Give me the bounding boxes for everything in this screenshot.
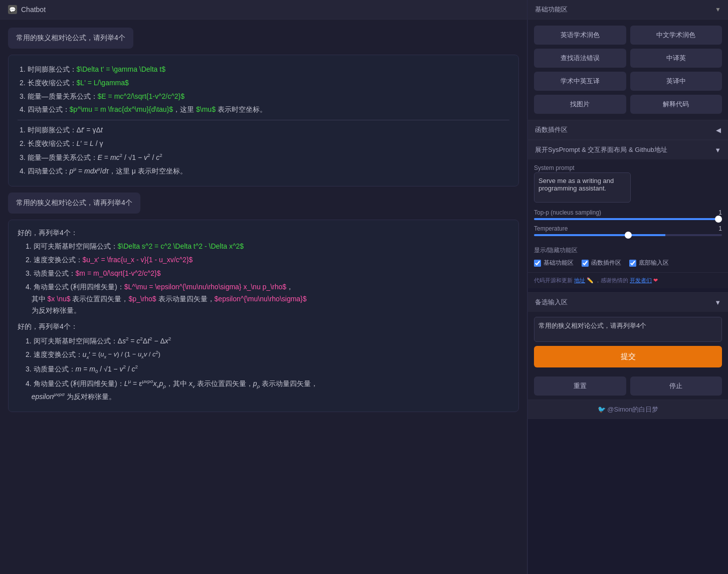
weibo-icon: 🐦 bbox=[598, 406, 608, 413]
sysprompt-section: 展开SysPrompt & 交互界面布局 & Github地址 ▼ System… bbox=[528, 140, 728, 288]
chat-panel: 💬 Chatbot 常用的狭义相对论公式，请列举4个 1. 时间膨胀公式：$\D… bbox=[0, 0, 527, 574]
checkbox-plugin[interactable]: 函数插件区 bbox=[582, 259, 621, 267]
top-p-slider-row: Top-p (nucleus sampling) 1 bbox=[534, 209, 722, 220]
sysprompt-arrow: ▼ bbox=[714, 146, 721, 154]
checkbox-basic-functions[interactable]: 基础功能区 bbox=[534, 259, 574, 267]
user-message-2: 常用的狭义相对论公式，请再列举4个 bbox=[8, 193, 140, 214]
backup-header[interactable]: 备选输入区 ▼ bbox=[528, 293, 728, 312]
checkbox-bottom-input[interactable]: 底部输入区 bbox=[629, 259, 669, 267]
chat-title: Chatbot bbox=[21, 6, 46, 14]
backup-section: 备选输入区 ▼ 常用的狭义相对论公式，请再列举4个 提交 重置 停止 bbox=[528, 292, 728, 400]
btn-find-image[interactable]: 找图片 bbox=[534, 95, 626, 114]
temperature-label: Temperature bbox=[534, 225, 568, 232]
user-message-1: 常用的狭义相对论公式，请列举4个 bbox=[8, 28, 133, 49]
temperature-slider[interactable] bbox=[534, 234, 722, 236]
sysprompt-header[interactable]: 展开SysPrompt & 交互界面布局 & Github地址 ▼ bbox=[528, 140, 728, 159]
stop-button[interactable]: 停止 bbox=[630, 376, 722, 396]
show-hide-section: 显示/隐藏功能区 基础功能区 函数插件区 底部输入区 bbox=[528, 241, 728, 272]
basic-functions-grid: 英语学术润色 中文学术润色 查找语法错误 中译英 学术中英互译 英译中 找图片 … bbox=[528, 20, 728, 120]
chat-header: 💬 Chatbot bbox=[0, 0, 527, 20]
backup-body: 常用的狭义相对论公式，请再列举4个 提交 bbox=[528, 312, 728, 372]
backup-textarea[interactable]: 常用的狭义相对论公式，请再列举4个 bbox=[534, 317, 722, 342]
btn-academic-translate[interactable]: 学术中英互译 bbox=[534, 72, 626, 91]
btn-english-polish[interactable]: 英语学术润色 bbox=[534, 26, 626, 45]
right-panel: 基础功能区 ▼ 英语学术润色 中文学术润色 查找语法错误 中译英 学术中英互译 … bbox=[527, 0, 728, 574]
btn-zh-to-en[interactable]: 中译英 bbox=[630, 49, 722, 68]
temperature-value: 1 bbox=[718, 225, 722, 232]
top-p-slider[interactable] bbox=[534, 218, 722, 220]
submit-button[interactable]: 提交 bbox=[534, 346, 722, 367]
sysprompt-label: System prompt bbox=[534, 164, 722, 171]
chat-messages: 常用的狭义相对论公式，请列举4个 1. 时间膨胀公式：$\Delta t' = … bbox=[0, 20, 527, 574]
chat-icon: 💬 bbox=[8, 5, 17, 14]
bottom-buttons: 重置 停止 bbox=[528, 372, 728, 400]
basic-functions-arrow: ▼ bbox=[715, 6, 721, 13]
show-hide-label: 显示/隐藏功能区 bbox=[534, 246, 722, 255]
sysprompt-body: System prompt Serve me as a writing and … bbox=[528, 159, 728, 241]
assistant-message-1: 1. 时间膨胀公式：$\Delta t' = \gamma \Delta t$ … bbox=[8, 55, 519, 186]
btn-chinese-polish[interactable]: 中文学术润色 bbox=[630, 26, 722, 45]
plugin-section-header[interactable]: 函数插件区 ◀ bbox=[528, 120, 728, 140]
developers-link[interactable]: 开发者们 bbox=[630, 277, 652, 283]
backup-arrow: ▼ bbox=[714, 299, 721, 306]
temperature-slider-row: Temperature 1 bbox=[534, 225, 722, 236]
top-p-value: 1 bbox=[718, 209, 722, 216]
top-p-label: Top-p (nucleus sampling) bbox=[534, 209, 601, 216]
sysprompt-textarea[interactable]: Serve me as a writing and programming as… bbox=[534, 172, 631, 203]
assistant-message-2: 好的，再列举4个： 1. 闵可夫斯基时空间隔公式：$\Delta s^2 = c… bbox=[8, 220, 519, 412]
source-link[interactable]: 地址 bbox=[574, 277, 585, 283]
btn-explain-code[interactable]: 解释代码 bbox=[630, 95, 722, 114]
source-line: 代码开源和更新 地址 ✏️ ，感谢热情的 开发者们 ❤ bbox=[528, 272, 728, 288]
checkbox-row: 基础功能区 函数插件区 底部输入区 bbox=[534, 259, 722, 267]
reset-button[interactable]: 重置 bbox=[534, 376, 626, 396]
basic-functions-header[interactable]: 基础功能区 ▼ bbox=[528, 0, 728, 20]
btn-en-to-zh[interactable]: 英译中 bbox=[630, 72, 722, 91]
watermark-bar: 🐦 @Simon的白日梦 bbox=[528, 400, 728, 419]
plugin-arrow: ◀ bbox=[716, 126, 721, 134]
btn-grammar-check[interactable]: 查找语法错误 bbox=[534, 49, 626, 68]
